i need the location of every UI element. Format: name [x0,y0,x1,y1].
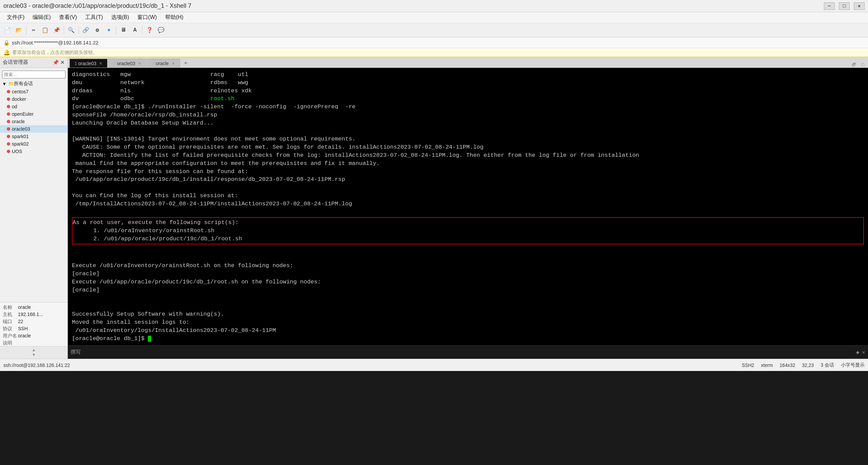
tab-number-1: 1 [75,61,77,66]
sidebar-header-icons: 📌 ✕ [53,59,65,66]
font-button[interactable]: A [130,25,140,35]
tab-close-1[interactable]: ✕ [99,61,102,66]
info-label-protocol: 协议 [3,326,18,332]
sidebar-item-oracle[interactable]: oracle [0,118,67,125]
maximize-button[interactable]: □ [839,2,850,10]
toolbar-separator-2 [64,26,64,34]
color-button[interactable]: ● [103,25,114,35]
tab-close-2[interactable]: ✕ [138,61,141,66]
paste-button[interactable]: 📌 [51,25,62,35]
terminal-line-10: CAUSE: Some of the optional prerequisite… [72,144,484,150]
minimize-button[interactable]: ─ [824,2,835,10]
terminal-line-14: /u01/app/oracle/product/19c/db_1/install… [72,176,345,183]
info-label-host: 主机 [3,312,18,318]
sidebar-item-docker[interactable]: docker [0,95,67,103]
menu-options[interactable]: 选项(B) [107,12,133,23]
sidebar-item-centos7[interactable]: centos7 [0,88,67,95]
compose-panel: 撰写 ◆ ✕ [68,345,868,359]
tab-3-oracle[interactable]: 3 oracle ✕ [147,59,180,68]
session-label-spark02: spark02 [12,141,29,147]
session-search-input[interactable] [2,71,65,78]
info-label-name: 名称 [3,304,18,311]
session-label-docker: docker [12,96,26,102]
sidebar-resize-area: ▲ ▼ [0,346,67,359]
toolbar-separator-1 [26,26,26,34]
info-panel: 名称 oracle 主机 192.168.1... 端口 22 协议 SSH 用… [0,302,67,346]
session-label-od: od [12,104,17,109]
info-label-user: 用户名 [3,333,18,339]
title-bar: oracle03 - oracle@oracle:/u01/app/oracle… [0,0,868,12]
cut-button[interactable]: ✂ [28,25,39,35]
close-button[interactable]: ✕ [854,2,865,10]
sidebar-header: 会话管理器 📌 ✕ [0,57,67,68]
pin-icon[interactable]: 📌 [53,59,59,66]
search-button[interactable]: 🔍 [66,25,77,35]
status-xterm: xterm [761,362,773,368]
sidebar: 会话管理器 📌 ✕ ▼ 📁 所有会话 centos7 [0,57,68,359]
address-icon: 🔒 [3,40,10,46]
tab-close-3[interactable]: ✕ [172,61,175,66]
compose-resize-icon[interactable]: ◆ [856,349,860,356]
sidebar-item-uos[interactable]: UOS [0,148,67,155]
notice-bar: 🔔 要添加当前会话，点击左侧的箭头按钮。 [0,48,868,57]
sidebar-title: 会话管理器 [3,59,28,66]
terminal-line-27: Moved the install session logs to: [72,319,190,326]
info-row-host: 主机 192.168.1... [3,312,65,318]
help-icon-button[interactable]: ❓ [144,25,155,35]
terminal-line-20: Execute /u01/oraInventory/orainstRoot.sh… [72,262,293,269]
terminal-button[interactable]: 🖥 [118,25,129,35]
main-area: 会话管理器 📌 ✕ ▼ 📁 所有会话 centos7 [0,57,868,359]
menu-tools[interactable]: 工具(T) [81,12,107,23]
menu-window[interactable]: 窗口(W) [133,12,161,23]
sidebar-item-openeuler[interactable]: openEuler [0,110,67,118]
status-position: 32,23 [802,362,814,368]
copy-button[interactable]: 📋 [40,25,51,35]
status-bar: ssh://root@192.168.126.141:22 SSH2 xterm… [0,359,868,371]
session-label-oracle03: oracle03 [12,126,30,132]
tree-root-all-sessions[interactable]: ▼ 📁 所有会话 [0,80,67,88]
sidebar-collapse-icon[interactable]: ▲ [33,348,35,353]
info-value-protocol: SSH [18,326,28,332]
sidebar-close-icon[interactable]: ✕ [60,59,65,66]
info-value-name: oracle [18,304,31,311]
notice-text: 要添加当前会话，点击左侧的箭头按钮。 [12,50,98,56]
sidebar-item-spark01[interactable]: spark01 [0,133,67,140]
open-button[interactable]: 📂 [14,25,24,35]
sidebar-item-od[interactable]: od [0,103,67,110]
tab-label-2: oracle03 [117,61,135,66]
menu-view[interactable]: 查看(V) [55,12,81,23]
menu-file[interactable]: 文件(F) [3,12,28,23]
tab-add-button[interactable]: + [181,59,190,68]
menu-edit[interactable]: 编辑(E) [28,12,55,23]
status-dot-od [7,105,10,108]
terminal-box-line-2: 1. /u01/oraInventory/orainstRoot.sh [73,227,214,234]
sidebar-expand-icon[interactable]: ▼ [33,353,35,357]
tab-label-3: oracle [156,61,169,66]
terminal-line-4: dv odbc root.sh [72,95,235,102]
settings-button[interactable]: ⚙ [92,25,103,35]
connect-button[interactable]: 🔗 [80,25,91,35]
status-dot-spark01 [7,135,10,138]
menu-bar: 文件(F) 编辑(E) 查看(V) 工具(T) 选项(B) 窗口(W) 帮助(H… [0,12,868,23]
terminal-content[interactable]: diagnostics mgw racg utl dmu network rdb… [68,68,868,345]
terminal-line-16: You can find the log of this install ses… [72,192,238,199]
tab-maximize-button[interactable]: □ [860,62,866,68]
terminal-area[interactable]: diagnostics mgw racg utl dmu network rdb… [68,68,868,359]
compose-close-icon[interactable]: ✕ [862,349,865,356]
toolbar-separator-5 [142,26,142,34]
tab-1-oracle03[interactable]: 1 oracle03 ✕ [70,59,107,68]
sidebar-item-oracle03[interactable]: oracle03 [0,125,67,133]
tab-2-oracle03[interactable]: 2 oracle03 ✕ [108,59,146,68]
session-label-centos7: centos7 [12,89,28,94]
tab-restore-button[interactable]: 🗗 [850,62,858,68]
terminal-line-12: manual find the appropriate configuratio… [72,160,380,167]
sidebar-item-spark02[interactable]: spark02 [0,140,67,148]
terminal-line-29: [oracle@oracle db_1]$ [72,335,151,342]
terminal-line-2: dmu network rdbms wwg [72,79,248,86]
status-dot-spark02 [7,142,10,146]
info-value-port: 22 [18,319,23,325]
new-session-button[interactable]: 📄 [2,25,13,35]
info-button[interactable]: 💬 [156,25,166,35]
menu-help[interactable]: 帮助(H) [161,12,188,23]
terminal-line-11: ACTION: Identify the list of failed prer… [72,152,639,159]
